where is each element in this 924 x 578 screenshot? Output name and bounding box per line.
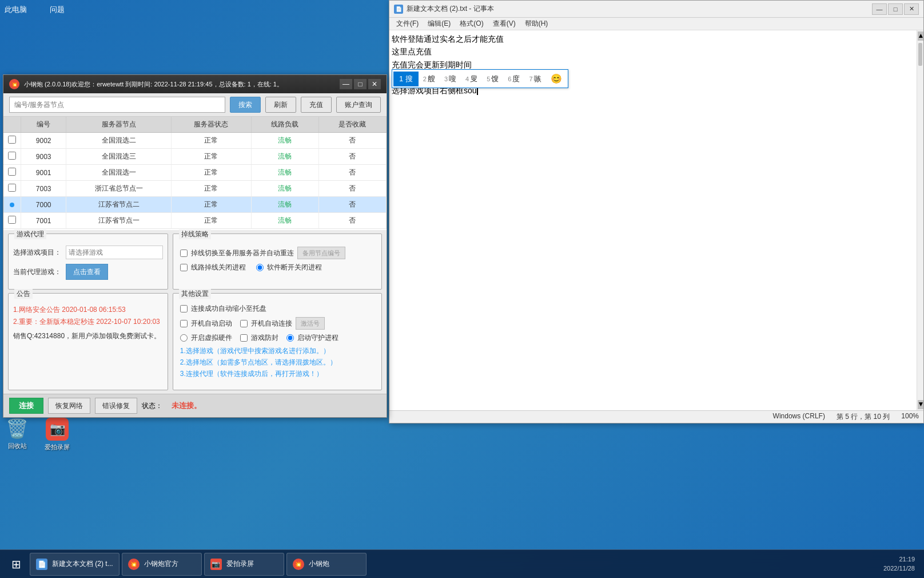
dropoff-close-software-radio[interactable] [256, 264, 264, 271]
desktop-icon-recycle[interactable]: 🗑️ 回收站 [6, 418, 29, 450]
row-node: 全国混选一 [66, 165, 172, 181]
notepad-menu-help[interactable]: 帮助(H) [520, 18, 553, 30]
desktop-top-labels: 此电脑 问题 [5, 5, 65, 15]
announcement-items: 1.网络安全公告 2020-01-08 06:15:53 2.重要：全新版本稳定… [13, 305, 163, 327]
app-title-text: 小钢炮 (2.0.0.18)欢迎您：erwetewtt 到期时间: 2022-1… [24, 80, 283, 89]
restore-network-button[interactable]: 恢复网络 [48, 398, 90, 414]
ime-option-2[interactable]: 2艘 [419, 72, 440, 86]
help-text-1: 1.选择游戏（游戏代理中搜索游戏名进行添加。） [180, 346, 375, 356]
recycle-bin-icon: 🗑️ [6, 418, 29, 440]
app-minimize-button[interactable]: — [340, 79, 352, 89]
server-search-input[interactable] [9, 97, 225, 113]
row-id: 9001 [21, 165, 66, 181]
taskbar-item-xgp2[interactable]: 💥 小钢炮 [286, 553, 367, 576]
dropoff-close-software-label: 软件断开关闭进程 [267, 263, 322, 272]
tray-option-label: 连接成功自动缩小至托盘 [191, 304, 266, 314]
table-row[interactable]: 9003 全国混选三 正常 流畅 否 [3, 149, 387, 165]
activation-code-button[interactable]: 激活号 [296, 317, 325, 330]
connect-button[interactable]: 连接 [9, 398, 43, 414]
desktop-icon-aipai[interactable]: 📷 爱拍录屏 [45, 418, 70, 452]
scrollbar-thumb[interactable] [918, 43, 922, 66]
desktop: 此电脑 问题 🗑️ 回收站 📷 爱拍录屏 📄 新建文本文档 (2).txt - … [0, 0, 924, 578]
check-game-button[interactable]: 点击查看 [66, 264, 108, 280]
game-proxy-title: 游戏代理 [14, 229, 46, 239]
status-label: 状态： [142, 401, 162, 411]
row-node: 江苏省节点一 [66, 213, 172, 229]
ime-selected-option[interactable]: 1 搜 [393, 72, 419, 86]
fix-error-button[interactable]: 错误修复 [95, 398, 137, 414]
ime-emoji-button[interactable]: 😊 [546, 71, 567, 86]
taskbar-item-xgp-official[interactable]: 💥 小钢炮官方 [122, 553, 202, 576]
taskbar-item-aipai[interactable]: 📷 爱拍录屏 [204, 553, 284, 576]
notepad-menu-file[interactable]: 文件(F) [392, 18, 423, 30]
row-checkbox[interactable] [8, 152, 16, 160]
statusbar-encoding: Windows (CRLF) [773, 412, 825, 422]
app-close-button[interactable]: ✕ [368, 79, 381, 89]
table-row[interactable]: 7000 江苏省节点二 正常 流畅 否 [3, 197, 387, 213]
scrollbar-down-btn[interactable]: ▼ [918, 400, 923, 409]
anticheat-checkbox[interactable] [240, 334, 248, 342]
row-checkbox[interactable] [8, 136, 16, 144]
announcement-item-1[interactable]: 1.网络安全公告 2020-01-08 06:15:53 [13, 305, 163, 315]
row-load: 流畅 [251, 133, 318, 149]
ime-option-3[interactable]: 3嗖 [440, 72, 461, 86]
notepad-menu-view[interactable]: 查看(V) [488, 18, 520, 30]
ime-option-4[interactable]: 4叟 [461, 72, 482, 86]
backup-node-button[interactable]: 备用节点编号 [297, 247, 345, 259]
table-row[interactable]: 7003 浙江省总节点一 正常 流畅 否 [3, 181, 387, 197]
notepad-menu-edit[interactable]: 编辑(E) [423, 18, 455, 30]
notepad-close-button[interactable]: ✕ [904, 3, 919, 15]
game-select-input[interactable] [66, 246, 163, 259]
col-checkbox [3, 117, 21, 133]
autostart-checkbox[interactable] [180, 320, 188, 327]
announcement-item-2[interactable]: 2.重要：全新版本稳定秒连 2022-10-07 10:20:03 [13, 317, 163, 327]
table-row[interactable]: 7001 江苏省节点一 正常 流畅 否 [3, 213, 387, 229]
table-row[interactable]: 9002 全国混选二 正常 流畅 否 [3, 133, 387, 149]
taskbar-xgp2-label: 小钢炮 [309, 559, 329, 569]
row-load: 流畅 [251, 197, 318, 213]
app-window-controls: — □ ✕ [340, 79, 381, 89]
ime-option-6[interactable]: 6度 [503, 72, 524, 86]
virtual-hardware-radio[interactable] [180, 334, 188, 342]
tray-option-checkbox[interactable] [180, 305, 188, 312]
row-node: 全国混选二 [66, 133, 172, 149]
row-checkbox[interactable] [8, 184, 16, 192]
row-status: 正常 [171, 197, 251, 213]
scrollbar-up-btn[interactable]: ▲ [918, 31, 923, 41]
dropoff-title: 掉线策略 [179, 229, 211, 239]
notepad-menubar: 文件(F) 编辑(E) 格式(O) 查看(V) 帮助(H) [389, 18, 923, 30]
autoconnect-checkbox[interactable] [240, 320, 248, 327]
app-titlebar-left: 💥 小钢炮 (2.0.0.18)欢迎您：erwetewtt 到期时间: 2022… [9, 79, 283, 89]
table-row[interactable]: 9001 全国混选一 正常 流畅 否 [3, 165, 387, 181]
notepad-minimize-button[interactable]: — [872, 3, 887, 15]
autoconnect-label: 开机自动连接 [251, 319, 292, 328]
row-checkbox[interactable] [8, 216, 16, 224]
app-maximize-button[interactable]: □ [354, 79, 367, 89]
app-window: 💥 小钢炮 (2.0.0.18)欢迎您：erwetewtt 到期时间: 2022… [3, 74, 387, 418]
search-button[interactable]: 搜索 [230, 97, 261, 113]
notepad-menu-format[interactable]: 格式(O) [455, 18, 488, 30]
account-button[interactable]: 账户查询 [336, 97, 381, 113]
taskbar: ⊞ 📄 新建文本文档 (2) t... 💥 小钢炮官方 📷 爱拍录屏 💥 小钢炮… [0, 549, 924, 578]
app-titlebar: 💥 小钢炮 (2.0.0.18)欢迎您：erwetewtt 到期时间: 2022… [3, 75, 387, 93]
ime-option-5[interactable]: 5馊 [482, 72, 503, 86]
row-checkbox[interactable] [8, 168, 16, 176]
ime-option-7[interactable]: 7嗾 [524, 72, 545, 86]
taskbar-notepad-icon: 📄 [36, 559, 47, 570]
taskbar-start-button[interactable]: ⊞ [5, 553, 27, 576]
ime-suggestion-bar: 1 搜 2艘 3嗖 4叟 5馊 6度 7嗾 😊 [392, 69, 568, 88]
notepad-scrollbar[interactable]: ▲ ▼ [917, 30, 923, 410]
dropoff-option1-checkbox[interactable] [180, 250, 188, 257]
row-id: 7003 [21, 181, 66, 197]
refresh-button[interactable]: 刷新 [265, 97, 296, 113]
guardian-radio[interactable] [286, 334, 294, 342]
notepad-maximize-button[interactable]: □ [888, 3, 903, 15]
row-fav: 否 [318, 197, 386, 213]
taskbar-item-notepad[interactable]: 📄 新建文本文档 (2) t... [30, 553, 120, 576]
virtual-hardware-label: 开启虚拟硬件 [191, 333, 232, 343]
row-node: 全国混选三 [66, 149, 172, 165]
taskbar-tray: 21:19 2022/11/28 [883, 555, 919, 573]
dropoff-close-route-checkbox[interactable] [180, 264, 188, 271]
recharge-button[interactable]: 充值 [301, 97, 332, 113]
notepad-titlebar: 📄 新建文本文档 (2).txt - 记事本 — □ ✕ [389, 1, 923, 18]
